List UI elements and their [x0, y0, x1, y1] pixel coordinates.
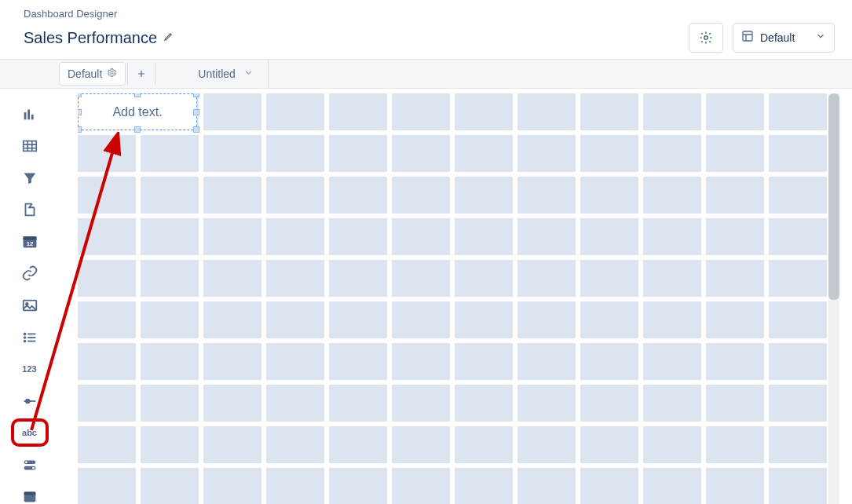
grid-cell[interactable]: [706, 426, 764, 463]
grid-cell[interactable]: [78, 260, 136, 297]
grid-cell[interactable]: [455, 426, 513, 463]
grid-cell[interactable]: [769, 177, 827, 214]
grid-cell[interactable]: [392, 385, 450, 422]
grid-cell[interactable]: [266, 343, 324, 380]
grid-cell[interactable]: [141, 218, 199, 255]
grid-cell[interactable]: [141, 301, 199, 338]
theme-button[interactable]: [689, 23, 723, 53]
grid-cell[interactable]: [266, 301, 324, 338]
text-widget[interactable]: Add text.: [78, 93, 197, 130]
grid-cell[interactable]: [769, 93, 827, 130]
grid-cell[interactable]: [517, 385, 576, 422]
grid-cell[interactable]: [203, 218, 261, 255]
grid-cell[interactable]: [78, 468, 136, 504]
grid-cell[interactable]: [517, 301, 576, 338]
grid-cell[interactable]: [643, 385, 701, 422]
canvas[interactable]: Add text.: [78, 93, 839, 504]
grid-cell[interactable]: [329, 93, 387, 130]
sidebar-item-date[interactable]: 12: [13, 225, 47, 257]
grid-cell[interactable]: [517, 343, 576, 380]
grid-cell[interactable]: [517, 260, 576, 297]
grid-cell[interactable]: [203, 93, 261, 130]
grid-cell[interactable]: [643, 301, 701, 338]
grid-cell[interactable]: [769, 218, 827, 255]
grid-cell[interactable]: [141, 468, 199, 504]
grid-cell[interactable]: [455, 135, 513, 172]
layout-grid[interactable]: [78, 93, 839, 504]
grid-cell[interactable]: [392, 260, 450, 297]
grid-cell[interactable]: [392, 177, 450, 214]
sidebar-item-table[interactable]: [13, 130, 47, 163]
sidebar-item-link[interactable]: [13, 257, 47, 290]
grid-cell[interactable]: [580, 385, 638, 422]
resize-handle[interactable]: [193, 109, 199, 115]
edit-title-icon[interactable]: [163, 31, 174, 45]
grid-cell[interactable]: [517, 426, 576, 463]
scrollbar-thumb[interactable]: [828, 93, 839, 300]
grid-cell[interactable]: [392, 301, 450, 338]
resize-handle[interactable]: [134, 126, 141, 133]
grid-cell[interactable]: [141, 135, 199, 172]
sidebar-item-toggle[interactable]: [13, 449, 47, 481]
grid-cell[interactable]: [78, 385, 136, 422]
grid-cell[interactable]: [706, 135, 764, 172]
grid-cell[interactable]: [643, 177, 701, 214]
grid-cell[interactable]: [455, 468, 513, 504]
grid-cell[interactable]: [455, 260, 513, 297]
tab-default[interactable]: Default: [59, 62, 126, 86]
grid-cell[interactable]: [517, 135, 576, 172]
grid-cell[interactable]: [329, 177, 387, 214]
resize-handle[interactable]: [134, 93, 141, 97]
grid-cell[interactable]: [769, 426, 827, 463]
grid-cell[interactable]: [455, 343, 513, 380]
grid-cell[interactable]: [203, 135, 261, 172]
grid-cell[interactable]: [392, 426, 450, 463]
grid-cell[interactable]: [329, 218, 387, 255]
add-page-button[interactable]: [127, 62, 155, 86]
grid-cell[interactable]: [706, 260, 764, 297]
grid-cell[interactable]: [517, 93, 576, 130]
grid-cell[interactable]: [392, 218, 450, 255]
grid-cell[interactable]: [266, 93, 324, 130]
grid-cell[interactable]: [329, 135, 387, 172]
grid-cell[interactable]: [266, 135, 324, 172]
resize-handle[interactable]: [78, 109, 82, 115]
sidebar-item-navigation[interactable]: [13, 480, 47, 504]
grid-cell[interactable]: [769, 385, 827, 422]
grid-cell[interactable]: [643, 468, 701, 504]
grid-cell[interactable]: [329, 260, 387, 297]
grid-cell[interactable]: [78, 218, 136, 255]
grid-cell[interactable]: [266, 385, 324, 422]
grid-cell[interactable]: [706, 93, 764, 130]
grid-cell[interactable]: [203, 468, 261, 504]
grid-cell[interactable]: [78, 426, 136, 463]
grid-cell[interactable]: [517, 177, 576, 214]
grid-cell[interactable]: [455, 177, 513, 214]
grid-cell[interactable]: [455, 218, 513, 255]
grid-cell[interactable]: [580, 177, 638, 214]
grid-cell[interactable]: [706, 468, 764, 504]
resize-handle[interactable]: [78, 126, 82, 133]
grid-cell[interactable]: [580, 260, 638, 297]
sidebar-item-range[interactable]: [13, 385, 47, 417]
grid-cell[interactable]: [78, 177, 136, 214]
grid-cell[interactable]: [203, 343, 261, 380]
grid-cell[interactable]: [203, 426, 261, 463]
grid-cell[interactable]: [329, 301, 387, 338]
grid-cell[interactable]: [141, 426, 199, 463]
grid-cell[interactable]: [769, 260, 827, 297]
grid-cell[interactable]: [769, 301, 827, 338]
grid-cell[interactable]: [580, 301, 638, 338]
grid-cell[interactable]: [392, 93, 450, 130]
grid-cell[interactable]: [643, 260, 701, 297]
grid-cell[interactable]: [141, 260, 199, 297]
grid-cell[interactable]: [769, 135, 827, 172]
grid-cell[interactable]: [706, 385, 764, 422]
grid-cell[interactable]: [266, 260, 324, 297]
resize-handle[interactable]: [78, 93, 82, 97]
grid-cell[interactable]: [141, 343, 199, 380]
grid-cell[interactable]: [392, 135, 450, 172]
grid-cell[interactable]: [580, 426, 638, 463]
grid-cell[interactable]: [141, 177, 199, 214]
sidebar-item-container[interactable]: [13, 194, 47, 226]
